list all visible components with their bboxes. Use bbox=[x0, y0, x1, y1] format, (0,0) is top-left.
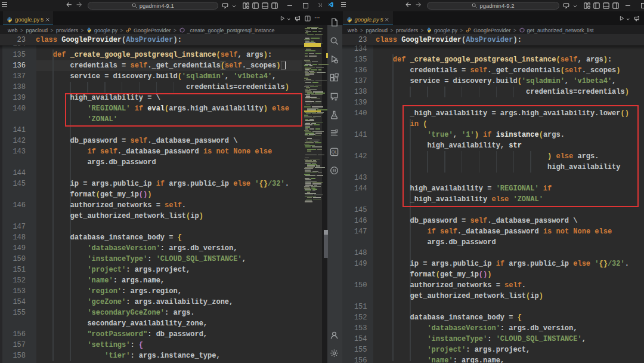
svg-text:QL: QL bbox=[331, 150, 336, 155]
